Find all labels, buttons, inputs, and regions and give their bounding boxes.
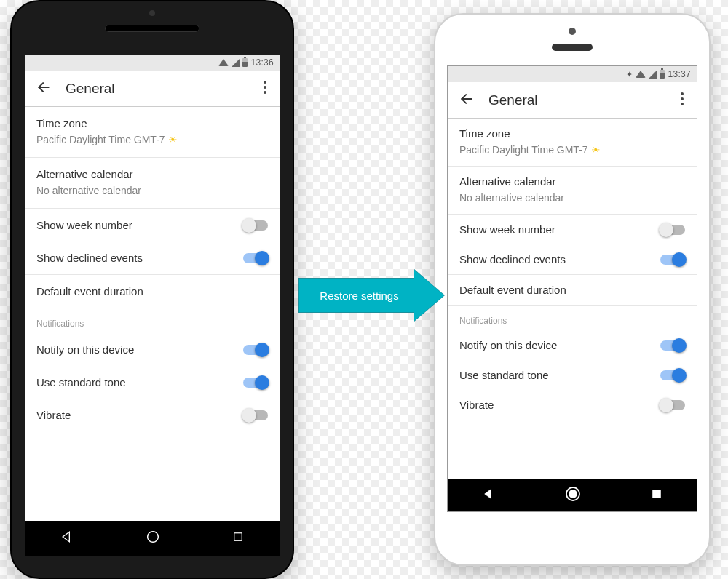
arrow-head-icon — [414, 269, 444, 322]
status-bar: 13:36 — [25, 55, 280, 71]
arrow-label: Restore settings — [298, 278, 414, 313]
svg-rect-6 — [234, 533, 242, 541]
phone-pixel: 13:37 General Time zone Pacific Daylight… — [434, 13, 711, 566]
toggle-switch[interactable] — [660, 370, 685, 380]
arrow-back-icon — [36, 80, 51, 95]
earpiece — [105, 25, 199, 32]
sun-icon: ☀ — [591, 144, 601, 156]
setting-label: Default event duration — [36, 285, 143, 298]
nav-back-button[interactable] — [482, 487, 495, 503]
status-time: 13:36 — [250, 57, 274, 68]
nav-home-icon — [564, 485, 582, 503]
setting-label: Vibrate — [459, 399, 494, 411]
setting-standard-tone[interactable]: Use standard tone — [25, 366, 280, 399]
setting-timezone[interactable]: Time zone Pacific Daylight Time GMT-7 ☀ — [448, 119, 697, 166]
nav-back-icon — [482, 487, 495, 500]
setting-value: No alternative calendar — [459, 192, 564, 204]
app-bar: General — [448, 82, 697, 119]
setting-default-duration[interactable]: Default event duration — [25, 275, 280, 308]
toggle-switch[interactable] — [243, 345, 268, 355]
back-button[interactable] — [29, 73, 58, 105]
nav-back-icon — [60, 530, 74, 544]
setting-label: Time zone — [36, 117, 87, 129]
setting-label: Alternative calendar — [459, 175, 556, 188]
back-button[interactable] — [452, 84, 481, 116]
toggle-switch[interactable] — [660, 255, 685, 265]
setting-label: Show declined events — [459, 253, 566, 265]
android-nav-bar — [448, 479, 697, 511]
toggle-switch[interactable] — [660, 340, 685, 351]
settings-list[interactable]: Time zone Pacific Daylight Time GMT-7 ☀ … — [448, 119, 697, 479]
overflow-menu-button[interactable] — [672, 87, 692, 114]
earpiece — [552, 44, 593, 51]
cell-signal-icon — [649, 71, 657, 79]
svg-rect-14 — [652, 490, 660, 498]
setting-vibrate[interactable]: Vibrate — [25, 399, 280, 431]
setting-show-declined[interactable]: Show declined events — [448, 244, 697, 274]
setting-label: Notify on this device — [36, 343, 134, 356]
android-nav-bar — [25, 521, 280, 556]
setting-label: Default event duration — [459, 284, 566, 296]
toggle-switch[interactable] — [243, 410, 268, 420]
svg-point-10 — [681, 103, 684, 105]
toggle-switch[interactable] — [243, 220, 268, 231]
svg-point-9 — [681, 97, 684, 100]
overflow-menu-button[interactable] — [255, 75, 275, 103]
setting-alternative-calendar[interactable]: Alternative calendar No alternative cale… — [25, 158, 280, 208]
setting-default-duration[interactable]: Default event duration — [448, 275, 697, 305]
setting-value: Pacific Daylight Time GMT-7 ☀ — [36, 134, 178, 145]
page-title: General — [488, 92, 672, 108]
status-bar: 13:37 — [448, 66, 697, 82]
setting-label: Vibrate — [36, 409, 71, 421]
page-title: General — [66, 81, 255, 97]
setting-label: Show declined events — [36, 252, 143, 264]
wifi-icon — [636, 71, 646, 78]
restore-settings-arrow: Restore settings — [298, 269, 444, 322]
setting-standard-tone[interactable]: Use standard tone — [448, 360, 697, 390]
nav-recents-button[interactable] — [232, 530, 245, 546]
settings-list[interactable]: Time zone Pacific Daylight Time GMT-7 ☀ … — [25, 107, 280, 521]
cell-signal-icon — [232, 59, 240, 67]
svg-point-5 — [148, 532, 159, 543]
more-vert-icon — [264, 81, 266, 94]
setting-value: No alternative calendar — [36, 185, 141, 196]
setting-label: Use standard tone — [459, 369, 549, 381]
setting-week-number[interactable]: Show week number — [448, 215, 697, 244]
arrow-back-icon — [459, 92, 474, 106]
setting-notify-device[interactable]: Notify on this device — [25, 333, 280, 366]
bluetooth-icon — [626, 69, 633, 79]
setting-vibrate[interactable]: Vibrate — [448, 390, 697, 420]
svg-point-3 — [264, 91, 266, 94]
setting-week-number[interactable]: Show week number — [25, 209, 280, 241]
nav-home-button[interactable] — [145, 529, 161, 548]
toggle-switch[interactable] — [243, 378, 268, 388]
app-bar: General — [25, 71, 280, 107]
front-camera — [569, 28, 576, 35]
toggle-switch[interactable] — [660, 400, 685, 410]
setting-timezone[interactable]: Time zone Pacific Daylight Time GMT-7 ☀ — [25, 107, 280, 157]
svg-point-1 — [264, 81, 266, 84]
svg-marker-11 — [485, 490, 491, 498]
battery-icon — [660, 70, 665, 79]
setting-alternative-calendar[interactable]: Alternative calendar No alternative cale… — [448, 167, 697, 214]
nav-back-button[interactable] — [60, 530, 74, 547]
screen-left: 13:36 General Time zone Pacific Daylight… — [25, 55, 280, 521]
toggle-switch[interactable] — [660, 225, 685, 235]
section-header-notifications: Notifications — [448, 306, 697, 330]
setting-value: Pacific Daylight Time GMT-7 ☀ — [459, 144, 601, 156]
section-header-notifications: Notifications — [25, 308, 280, 333]
more-vert-icon — [681, 92, 684, 105]
nav-home-button[interactable] — [564, 485, 582, 506]
setting-show-declined[interactable]: Show declined events — [25, 241, 280, 274]
front-camera — [149, 10, 155, 16]
nav-recents-icon — [232, 530, 245, 543]
svg-marker-4 — [63, 532, 69, 541]
wifi-icon — [218, 59, 229, 66]
svg-point-13 — [569, 490, 577, 498]
status-time: 13:37 — [668, 69, 691, 79]
nav-recents-button[interactable] — [651, 488, 662, 503]
toggle-switch[interactable] — [243, 253, 268, 263]
setting-notify-device[interactable]: Notify on this device — [448, 330, 697, 360]
nav-home-icon — [145, 529, 161, 545]
setting-label: Show week number — [459, 223, 555, 236]
